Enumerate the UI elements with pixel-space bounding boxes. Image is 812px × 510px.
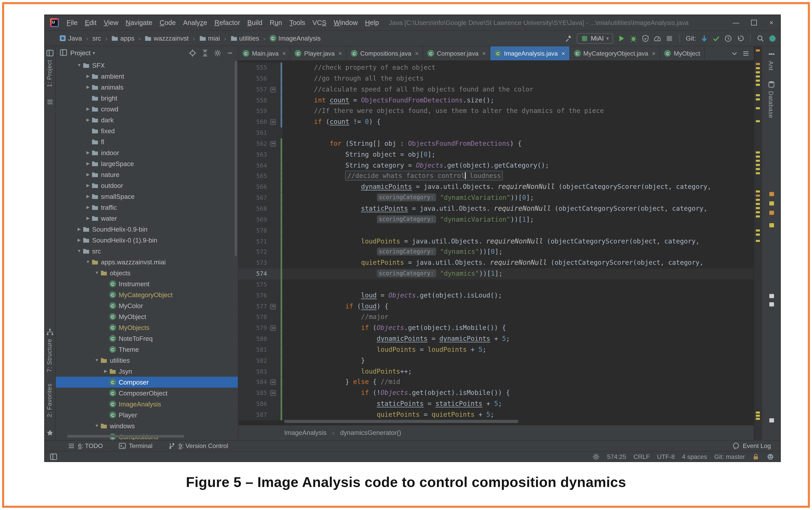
editor-gutter[interactable]: 579 xyxy=(238,323,283,334)
menu-run[interactable]: Run xyxy=(266,19,286,27)
chevron-expanded-icon[interactable]: ▼ xyxy=(76,63,83,68)
tab-composer-java[interactable]: CComposer.java× xyxy=(423,46,490,60)
rollback-button[interactable] xyxy=(736,34,744,42)
readonly-toggle-button[interactable] xyxy=(752,453,759,460)
editor-gutter[interactable]: 558 xyxy=(238,95,283,106)
chevron-collapsed-icon[interactable]: ▶ xyxy=(84,216,91,221)
tree-item-fixed[interactable]: fixed xyxy=(56,125,238,137)
fold-marker-icon[interactable] xyxy=(270,87,276,92)
commit-button[interactable] xyxy=(713,34,720,42)
breadcrumb-utilities[interactable]: utilities xyxy=(229,34,260,42)
editor-gutter[interactable]: 583 xyxy=(238,366,283,377)
tree-item-notetofreq[interactable]: CNoteToFreq xyxy=(56,333,238,344)
gradle-button[interactable] xyxy=(769,34,776,42)
editor-gutter[interactable]: 560 xyxy=(238,117,283,128)
bottom-button-9-version-control[interactable]: 9: Version Control xyxy=(168,442,228,450)
tree-item-player[interactable]: CPlayer xyxy=(56,410,238,420)
toolwindow-button-database[interactable]: Database xyxy=(768,91,774,118)
menu-refactor[interactable]: Refactor xyxy=(211,19,243,27)
chevron-collapsed-icon[interactable]: ▶ xyxy=(84,85,91,90)
editor-horizontal-scrollbar[interactable] xyxy=(284,420,518,423)
tree-item-bright[interactable]: bright xyxy=(56,93,238,103)
editor-gutter[interactable]: 580 xyxy=(238,334,283,344)
menu-navigate[interactable]: Navigate xyxy=(122,19,156,27)
tab-imageanalysis-java[interactable]: CImageAnalysis.java× xyxy=(491,46,570,60)
tree-item-ambient[interactable]: ▶ambient xyxy=(56,71,238,82)
tab-mycategoryobject-java[interactable]: CMyCategoryObject.java× xyxy=(570,46,660,60)
close-tab-icon[interactable]: × xyxy=(482,50,486,57)
editor-gutter[interactable]: 578 xyxy=(238,312,283,323)
toolwindow-button-ant[interactable]: Ant xyxy=(768,61,774,70)
fold-marker-icon[interactable] xyxy=(270,119,276,125)
close-tab-icon[interactable]: × xyxy=(339,50,342,57)
project-horizontal-scrollbar[interactable] xyxy=(67,435,184,438)
project-vertical-scrollbar[interactable] xyxy=(235,61,237,256)
tree-item-outdoor[interactable]: ▶outdoor xyxy=(56,180,238,191)
chevron-collapsed-icon[interactable]: ▶ xyxy=(84,172,91,177)
line-separator[interactable]: CRLF xyxy=(633,453,650,460)
editor-gutter[interactable]: 571 xyxy=(238,236,283,247)
caret-position[interactable]: 574:25 xyxy=(607,453,626,460)
breadcrumb-imageanalysis[interactable]: CImageAnalysis xyxy=(268,34,322,42)
editor-breadcrumb-dynamicsgenerator[interactable]: dynamicsGenerator() xyxy=(340,429,401,437)
menu-code[interactable]: Code xyxy=(156,19,179,27)
editor-breadcrumb-imageanalysis[interactable]: ImageAnalysis xyxy=(284,429,326,437)
chevron-expanded-icon[interactable]: ▼ xyxy=(93,271,100,275)
chevron-collapsed-icon[interactable]: ▶ xyxy=(84,194,91,199)
background-tasks-button[interactable] xyxy=(592,453,600,460)
run-config-selector[interactable]: MiAI▾ xyxy=(577,33,613,43)
editor-gutter[interactable]: 565 xyxy=(238,171,283,182)
fold-marker-icon[interactable] xyxy=(270,380,276,385)
tree-item-apps-wazzzainvst-miai[interactable]: ▼apps.wazzzainvst.miai xyxy=(56,257,238,268)
tree-item-mycolor[interactable]: CMyColor xyxy=(56,300,238,311)
editor-gutter[interactable]: 577 xyxy=(238,301,283,312)
close-tab-icon[interactable]: × xyxy=(652,50,656,57)
editor-lines[interactable]: 555 //check property of each object556 /… xyxy=(238,60,754,425)
indent-style[interactable]: 4 spaces xyxy=(682,453,707,460)
debug-button[interactable] xyxy=(630,34,637,42)
bottom-button-event-log[interactable]: Event Log xyxy=(732,442,771,450)
tree-item-windows[interactable]: ▼windows xyxy=(56,420,238,431)
editor-gutter[interactable]: 567 xyxy=(238,192,283,204)
editor-gutter[interactable]: 563 xyxy=(238,149,283,160)
tab-player-java[interactable]: CPlayer.java× xyxy=(291,46,347,60)
profiler-button[interactable] xyxy=(654,34,661,42)
chevron-collapsed-icon[interactable]: ▶ xyxy=(102,369,109,373)
tab-list-chevron-icon[interactable] xyxy=(731,50,738,57)
editor-gutter[interactable]: 582 xyxy=(238,355,283,366)
toolwindow-button-structure[interactable]: 7: Structure xyxy=(46,339,53,372)
chevron-collapsed-icon[interactable]: ▶ xyxy=(76,227,83,232)
tree-item-indoor[interactable]: ▶indoor xyxy=(56,147,238,158)
editor-gutter[interactable]: 585 xyxy=(238,388,283,399)
tree-item-mycategoryobject[interactable]: CMyCategoryObject xyxy=(56,289,238,300)
git-branch[interactable]: Git: master xyxy=(715,453,745,460)
search-everywhere-button[interactable] xyxy=(757,34,764,42)
tree-item-theme[interactable]: CTheme xyxy=(56,344,238,355)
editor-gutter[interactable]: 561 xyxy=(238,128,283,139)
chevron-collapsed-icon[interactable]: ▶ xyxy=(76,238,83,242)
chevron-collapsed-icon[interactable]: ▶ xyxy=(84,150,91,155)
tree-item-jsyn[interactable]: ▶Jsyn xyxy=(56,366,238,377)
tree-item-imageanalysis[interactable]: CImageAnalysis xyxy=(56,399,238,410)
menu-edit[interactable]: Edit xyxy=(81,19,100,27)
editor-gutter[interactable]: 570 xyxy=(238,225,283,236)
maximize-button[interactable] xyxy=(745,15,763,30)
fold-marker-icon[interactable] xyxy=(270,390,276,396)
fold-marker-icon[interactable] xyxy=(270,141,276,147)
error-stripe[interactable] xyxy=(754,46,761,440)
tree-item-myobject[interactable]: CMyObject xyxy=(56,311,238,322)
editor-gutter[interactable]: 568 xyxy=(238,204,283,214)
tree-item-smallspace[interactable]: ▶smallSpace xyxy=(56,191,238,202)
tree-item-largespace[interactable]: ▶largeSpace xyxy=(56,158,238,169)
editor-gutter[interactable]: 562 xyxy=(238,138,283,149)
editor-gutter[interactable]: 587 xyxy=(238,410,283,420)
chevron-collapsed-icon[interactable]: ▶ xyxy=(84,118,91,122)
view-options-button[interactable] xyxy=(214,49,221,57)
project-view-selector[interactable]: Project ▾ xyxy=(70,49,95,57)
editor-gutter[interactable]: 564 xyxy=(238,160,283,171)
run-with-coverage-button[interactable] xyxy=(642,34,649,42)
tree-item-composer[interactable]: CComposer xyxy=(56,377,238,388)
toolwindow-switcher-icon[interactable] xyxy=(50,453,57,462)
chevron-expanded-icon[interactable]: ▼ xyxy=(93,424,100,428)
tree-item-utilities[interactable]: ▼utilities xyxy=(56,355,238,366)
